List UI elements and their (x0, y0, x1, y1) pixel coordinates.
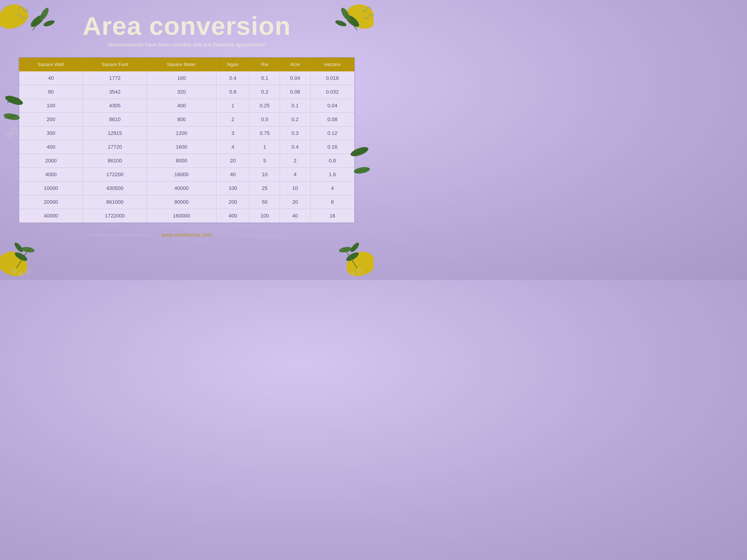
table-cell: 86100 (83, 154, 147, 168)
table-cell: 0.4 (216, 72, 250, 85)
table-cell: 200 (19, 113, 83, 127)
table-cell: 2000 (19, 154, 83, 168)
table-row: 400177201600410.40.16 (19, 140, 354, 154)
table-cell: 4 (216, 140, 250, 154)
table-cell: 0.3 (280, 127, 310, 140)
table-cell: 12915 (83, 127, 147, 140)
table-row: 400017220016000401041.6 (19, 168, 354, 182)
table-row: 100430540010.250.10.04 (19, 99, 354, 113)
table-cell: 16000 (147, 168, 216, 182)
page-footer: www.onethevisa.com (0, 228, 374, 240)
table-cell: 4000 (19, 168, 83, 182)
table-cell: 16 (310, 209, 354, 223)
svg-point-34 (359, 270, 360, 272)
page-subtitle: Measurements have been rounded and are t… (0, 42, 374, 48)
table-cell: 3542 (83, 85, 147, 99)
svg-point-25 (12, 268, 16, 273)
table-cell: 4305 (83, 99, 147, 113)
table-cell: 10 (250, 168, 280, 182)
table-cell: 430500 (83, 182, 147, 195)
table-cell: 40000 (19, 209, 83, 223)
col-header-square-meter: Square Meter (147, 58, 216, 72)
table-cell: 5 (250, 154, 280, 168)
table-cell: 160000 (147, 209, 216, 223)
svg-point-16 (7, 133, 12, 138)
corner-decoration-br (327, 233, 374, 280)
table-row: 200086100800020520.8 (19, 154, 354, 168)
table-cell: 800 (147, 113, 216, 127)
col-header-acre: Acre (280, 58, 310, 72)
footer-line-right (219, 235, 284, 235)
table-row: 30012915120030.750.30.12 (19, 127, 354, 140)
table-cell: 1 (250, 140, 280, 154)
table-row: 100004305004000010025104 (19, 182, 354, 195)
table-cell: 40 (19, 72, 83, 85)
table-cell: 1722000 (83, 209, 147, 223)
table-header-row: Square Wah Square Foot Square Meter Ngan… (19, 58, 354, 72)
table-cell: 0.4 (280, 140, 310, 154)
table-cell: 0.8 (216, 85, 250, 99)
table-cell: 0.04 (310, 99, 354, 113)
table-cell: 100 (216, 182, 250, 195)
svg-point-33 (357, 268, 362, 273)
table-cell: 40 (280, 209, 310, 223)
svg-point-35 (351, 272, 354, 276)
col-header-hectare: Hectare (310, 58, 354, 72)
svg-point-24 (13, 241, 24, 253)
table-cell: 0.2 (280, 113, 310, 127)
svg-point-26 (13, 270, 15, 272)
table-cell: 4 (280, 168, 310, 182)
svg-point-29 (26, 270, 30, 274)
table-row: 200008610008000020050208 (19, 195, 354, 209)
svg-point-36 (352, 273, 353, 275)
table-cell: 0.75 (250, 127, 280, 140)
table-cell: 1200 (147, 127, 216, 140)
table-cell: 0.8 (310, 154, 354, 168)
table-body: 4017721600.40.10.040.0168035423200.80.20… (19, 72, 354, 222)
table-cell: 0.1 (250, 72, 280, 85)
table-cell: 200 (216, 195, 250, 209)
table-cell: 0.16 (310, 140, 354, 154)
table-cell: 0.1 (280, 99, 310, 113)
table-cell: 1.6 (310, 168, 354, 182)
table-cell: 0.12 (310, 127, 354, 140)
table-cell: 0.032 (310, 85, 354, 99)
col-header-square-wah: Square Wah (19, 58, 83, 72)
table-row: 8035423200.80.20.080.032 (19, 85, 354, 99)
table-cell: 20000 (19, 195, 83, 209)
side-leaf-left (0, 82, 23, 140)
svg-point-18 (350, 145, 369, 158)
table-cell: 40 (216, 168, 250, 182)
table-row: 4000017220001600004001004016 (19, 209, 354, 223)
table-cell: 0.08 (280, 85, 310, 99)
table-cell: 8610 (83, 113, 147, 127)
footer-line-left (89, 235, 155, 235)
conversion-table-container: Square Wah Square Foot Square Meter Ngan… (19, 57, 355, 223)
col-header-square-foot: Square Foot (83, 58, 147, 72)
svg-point-32 (349, 241, 360, 253)
table-cell: 861000 (83, 195, 147, 209)
table-cell: 25 (250, 182, 280, 195)
svg-point-30 (345, 251, 360, 263)
conversion-table: Square Wah Square Foot Square Meter Ngan… (19, 58, 354, 222)
table-cell: 300 (19, 127, 83, 140)
footer-url: www.onethevisa.com (161, 232, 212, 238)
col-header-rai: Rai (250, 58, 280, 72)
table-row: 200861080020.50.20.08 (19, 113, 354, 127)
table-cell: 100 (250, 209, 280, 223)
col-header-ngan: Ngan (216, 58, 250, 72)
table-cell: 20 (216, 154, 250, 168)
table-cell: 2 (280, 154, 310, 168)
table-cell: 4 (310, 182, 354, 195)
table-cell: 0.08 (310, 113, 354, 127)
table-cell: 17720 (83, 140, 147, 154)
table-cell: 0.2 (250, 85, 280, 99)
svg-point-17 (8, 134, 10, 136)
svg-point-14 (11, 128, 17, 133)
table-cell: 40000 (147, 182, 216, 195)
side-leaf-right (350, 140, 374, 198)
table-cell: 320 (147, 85, 216, 99)
table-cell: 400 (147, 99, 216, 113)
page-title: Area conversion (0, 12, 374, 40)
svg-point-31 (339, 246, 353, 253)
